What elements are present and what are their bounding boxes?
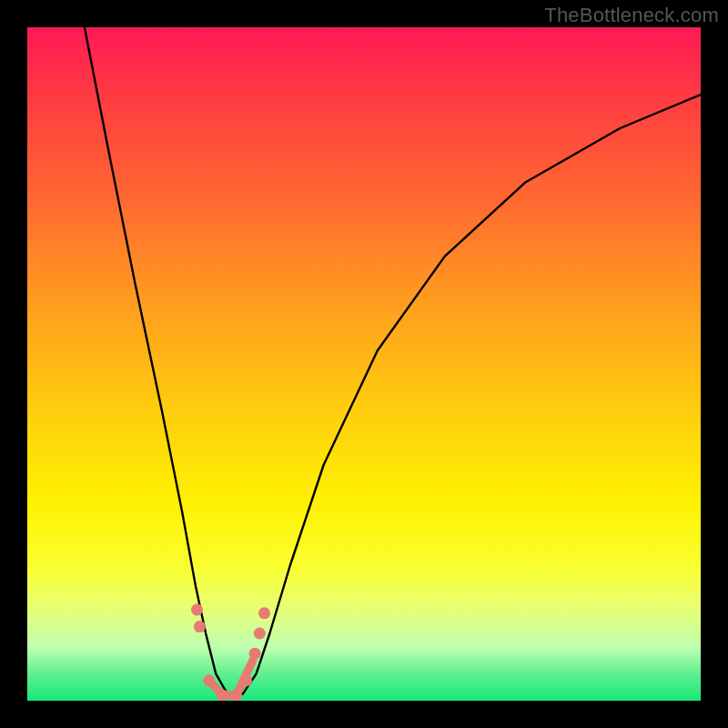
chart-svg [27,27,701,701]
marker-point [240,674,252,686]
watermark-text: TheBottleneck.com [544,4,719,27]
chart-frame: TheBottleneck.com [0,0,728,728]
marker-point [258,607,270,619]
marker-point [254,628,266,640]
marker-point [194,621,206,632]
plot-area [27,27,701,701]
marker-point [217,690,228,701]
marker-point [203,674,215,686]
bottleneck-curve [85,27,701,697]
marker-point [191,604,203,616]
marker-point [249,648,261,660]
marker-point [230,690,242,701]
